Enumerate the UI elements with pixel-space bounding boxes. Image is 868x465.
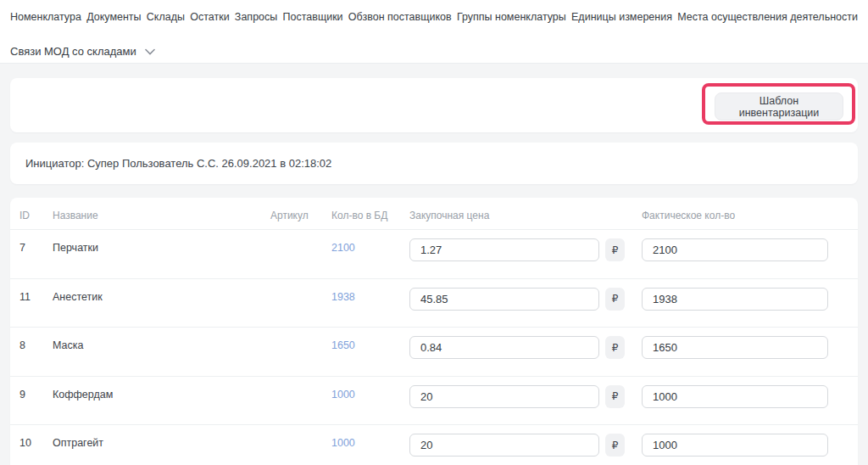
ruble-currency-button[interactable]: ₽ (605, 434, 625, 457)
chevron-down-icon (145, 48, 155, 55)
db-qty-link[interactable]: 1650 (331, 339, 355, 351)
nav-item-nomenklatura[interactable]: Номенклатура (10, 11, 81, 23)
row-name: Маска (53, 339, 83, 351)
nav-item-gruppy-nomenklatury[interactable]: Группы номенклатуры (457, 11, 566, 23)
ruble-currency-button[interactable]: ₽ (605, 288, 625, 311)
row-name: Коффердам (53, 389, 113, 401)
nav-dropdown-label: Связи МОД со складами (10, 45, 136, 58)
initiator-text: Инициатор: Супер Пользователь С.С. 26.09… (25, 157, 331, 170)
nav-dropdown-svyazi-mod[interactable]: Связи МОД со складами (10, 45, 155, 58)
top-navigation-bar: Номенклатура Документы Склады Остатки За… (0, 0, 868, 64)
row-id: 10 (19, 437, 31, 449)
db-qty-link[interactable]: 1938 (331, 291, 355, 303)
nav-item-ostatki[interactable]: Остатки (190, 11, 229, 23)
row-id: 9 (19, 389, 25, 401)
row-name: Перчатки (53, 242, 98, 254)
column-header-price: Закупочная цена (409, 210, 489, 221)
table-row: 10 Оптрагейт 1000 ₽ (10, 425, 858, 465)
nav-item-sklady[interactable]: Склады (147, 11, 185, 23)
price-input[interactable] (409, 434, 599, 457)
table-header: ID Название Артикул Кол-во в БД Закупочн… (10, 198, 858, 230)
row-id: 7 (19, 242, 25, 254)
ruble-currency-button[interactable]: ₽ (605, 238, 625, 261)
column-header-fact-qty: Фактическое кол-во (642, 210, 735, 221)
initiator-panel: Инициатор: Супер Пользователь С.С. 26.09… (10, 143, 858, 184)
column-header-artikul: Артикул (270, 210, 309, 221)
fact-qty-input[interactable] (642, 385, 828, 408)
main-menu: Номенклатура Документы Склады Остатки За… (10, 11, 858, 23)
table-row: 8 Маска 1650 ₽ (10, 328, 858, 377)
price-input[interactable] (409, 288, 599, 311)
fact-qty-input[interactable] (642, 434, 828, 457)
nav-item-dokumenty[interactable]: Документы (86, 11, 141, 23)
column-header-id: ID (19, 210, 30, 221)
inventory-template-button[interactable]: Шаблон инвентаризации (715, 92, 843, 120)
inventory-table: ID Название Артикул Кол-во в БД Закупочн… (10, 198, 858, 465)
table-row: 7 Перчатки 2100 ₽ (10, 230, 858, 279)
ruble-currency-button[interactable]: ₽ (605, 336, 625, 359)
row-name: Анестетик (53, 291, 103, 303)
row-id: 11 (19, 291, 31, 303)
fact-qty-input[interactable] (642, 238, 828, 261)
nav-item-mesta-deyatelnosti[interactable]: Места осуществления деятельности (677, 11, 858, 23)
fact-qty-input[interactable] (642, 336, 828, 359)
table-row: 11 Анестетик 1938 ₽ (10, 279, 858, 328)
toolbar-panel: Шаблон инвентаризации (10, 78, 858, 132)
price-input[interactable] (409, 336, 599, 359)
table-row: 9 Коффердам 1000 ₽ (10, 377, 858, 426)
nav-item-postavshchiki[interactable]: Поставщики (283, 11, 343, 23)
column-header-db-qty: Кол-во в БД (331, 210, 387, 221)
db-qty-link[interactable]: 1000 (331, 389, 355, 401)
ruble-currency-button[interactable]: ₽ (605, 385, 625, 408)
fact-qty-input[interactable] (642, 288, 828, 311)
db-qty-link[interactable]: 2100 (331, 242, 355, 254)
db-qty-link[interactable]: 1000 (331, 437, 355, 449)
price-input[interactable] (409, 385, 599, 408)
nav-item-edinitsy-izmereniya[interactable]: Единицы измерения (571, 11, 672, 23)
price-input[interactable] (409, 238, 599, 261)
row-name: Оптрагейт (53, 437, 103, 449)
nav-item-zaprosy[interactable]: Запросы (235, 11, 277, 23)
nav-item-obzvon-postavshchikov[interactable]: Обзвон поставщиков (348, 11, 452, 23)
row-id: 8 (19, 339, 25, 351)
column-header-name: Название (53, 210, 98, 221)
